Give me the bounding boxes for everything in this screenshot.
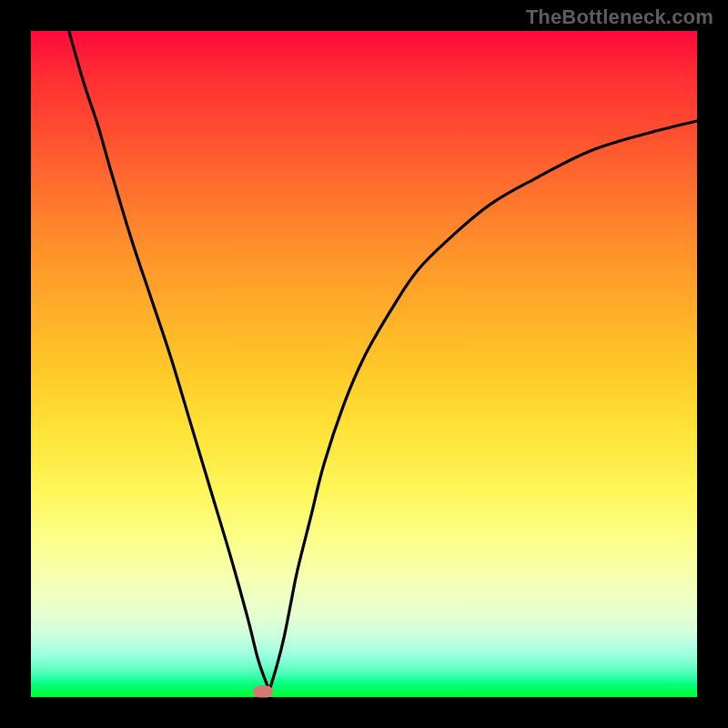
curve-left-branch: [69, 31, 269, 691]
bottleneck-curve: [31, 31, 697, 697]
chart-container: TheBottleneck.com: [0, 0, 728, 728]
curve-right-branch: [269, 121, 697, 691]
watermark-text: TheBottleneck.com: [526, 5, 713, 29]
plot-area: [31, 31, 697, 697]
optimal-marker: [253, 686, 273, 698]
